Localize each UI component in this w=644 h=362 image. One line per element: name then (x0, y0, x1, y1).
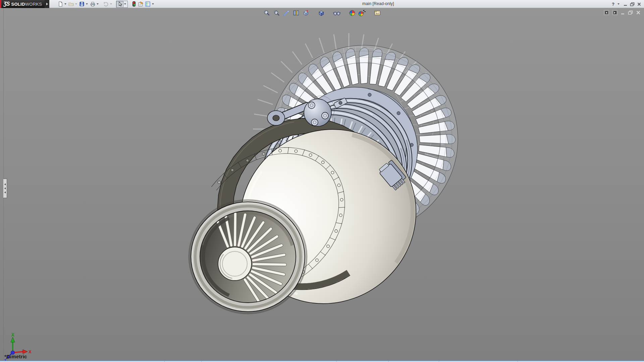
new-document-icon (57, 1, 63, 7)
rivet-hole (294, 150, 297, 153)
flange-bolt-hole (397, 112, 400, 115)
zoom-to-area-icon (273, 9, 280, 17)
view-settings-button[interactable] (373, 9, 381, 17)
rivet-hole (279, 149, 281, 152)
rivet-hole (322, 161, 324, 164)
undo-dropdown-caret[interactable] (110, 3, 112, 5)
shaft-hub (218, 247, 252, 281)
solidworks-logo: ƷS SOLIDWORKS (0, 0, 45, 8)
select-cursor-icon (117, 1, 123, 7)
edit-appearance-button[interactable] (348, 9, 356, 17)
print-button[interactable] (89, 0, 96, 8)
title-bar: ƷS SOLIDWORKS (0, 0, 644, 8)
document-title: main [Read-only] (362, 1, 443, 6)
engine-part (339, 101, 342, 105)
rivet-hole (218, 181, 220, 184)
display-style-button[interactable] (317, 9, 325, 17)
zoom-to-fit-button[interactable] (263, 9, 271, 17)
triad-x-label: X (29, 349, 32, 354)
3d-model-jet-engine[interactable] (0, 8, 644, 362)
pane-right-icon (614, 12, 615, 14)
hide-show-items-button[interactable] (333, 9, 341, 17)
rivet-hole (246, 159, 249, 162)
graphics-viewport[interactable]: Y X Z *Dimetric (0, 8, 644, 362)
rivet-hole (339, 214, 342, 217)
undo-button[interactable] (103, 0, 109, 8)
logo-red-stripe (0, 0, 1, 8)
options-checklist-button[interactable] (144, 0, 151, 8)
select-tool-button[interactable] (116, 1, 123, 8)
apply-scene-button[interactable] (358, 9, 366, 17)
view-orientation-label: *Dimetric (4, 354, 27, 359)
main-toolbar (57, 0, 155, 8)
options-dropdown-caret[interactable] (152, 3, 154, 5)
rivet-hole (335, 230, 337, 232)
rivet-hole (331, 171, 334, 174)
collapse-pane-right-button[interactable] (612, 10, 618, 15)
engine-part (319, 38, 324, 53)
zoom-to-area-button[interactable] (273, 9, 281, 17)
help-button[interactable]: ? (612, 2, 614, 7)
doc-restore-button[interactable] (628, 10, 633, 15)
new-document-button[interactable] (57, 0, 64, 8)
boss-bolt (322, 112, 328, 119)
appearance-ball-icon (348, 9, 356, 17)
section-view-button[interactable] (292, 9, 300, 17)
display-style-icon (318, 9, 325, 17)
heads-up-view-toolbar (0, 9, 644, 17)
logo-brand-light: WORKS (25, 2, 42, 7)
save-dropdown-caret[interactable] (86, 3, 88, 5)
rebuild-button[interactable] (130, 0, 137, 8)
select-dropdown-caret[interactable] (123, 1, 128, 8)
spline-ridge (235, 214, 235, 245)
rivet-hole (262, 153, 265, 155)
status-bar (0, 361, 644, 362)
help-dropdown-caret[interactable] (618, 3, 620, 5)
engine-part (305, 44, 313, 58)
menu-flyout-arrow[interactable] (45, 0, 49, 8)
rivet-hole (316, 259, 318, 261)
print-icon (90, 1, 96, 7)
engine-part (258, 100, 273, 105)
section-view-icon (292, 9, 300, 17)
apply-scene-icon (358, 9, 366, 17)
save-button[interactable] (78, 0, 85, 8)
engine-part (263, 85, 278, 93)
traffic-light-icon (131, 1, 137, 7)
doc-close-button[interactable] (636, 10, 641, 15)
collapse-pane-left-button[interactable] (604, 10, 609, 15)
logo-mark: ƷS (3, 1, 9, 7)
open-dropdown-caret[interactable] (75, 3, 77, 5)
engine-part (281, 61, 292, 73)
rivet-hole (340, 198, 343, 201)
filter-wand-icon (283, 9, 290, 17)
spline-ridge (254, 264, 285, 265)
view-orientation-button[interactable] (302, 9, 310, 17)
zoom-to-fit-icon (263, 9, 271, 17)
pane-left-icon (606, 12, 607, 14)
save-floppy-icon (79, 1, 85, 7)
close-button[interactable] (637, 2, 641, 6)
minimize-button[interactable] (623, 2, 628, 6)
view-orientation-icon (302, 9, 310, 17)
engine-assembly (189, 33, 458, 340)
view-settings-icon (374, 9, 381, 17)
titlebar-window-controls: ? (612, 0, 641, 8)
restore-button[interactable] (630, 2, 635, 6)
new-dropdown-caret[interactable] (64, 3, 66, 5)
design-binder-button[interactable] (137, 0, 144, 8)
doc-minimize-button[interactable] (621, 10, 625, 15)
lug-hole (273, 115, 279, 121)
print-dropdown-caret[interactable] (97, 3, 99, 5)
document-window-controls (604, 10, 641, 15)
engine-part (292, 52, 302, 65)
open-document-button[interactable] (68, 0, 74, 8)
rivet-hole (309, 154, 312, 156)
flange-bolt-hole (368, 93, 371, 97)
rivet-hole (327, 245, 329, 248)
filter-wand-button[interactable] (282, 9, 290, 17)
options-checklist-icon (145, 1, 151, 7)
engine-part (271, 73, 284, 82)
flyout-arrow-icon (46, 3, 48, 5)
boss-bolt (308, 102, 315, 109)
